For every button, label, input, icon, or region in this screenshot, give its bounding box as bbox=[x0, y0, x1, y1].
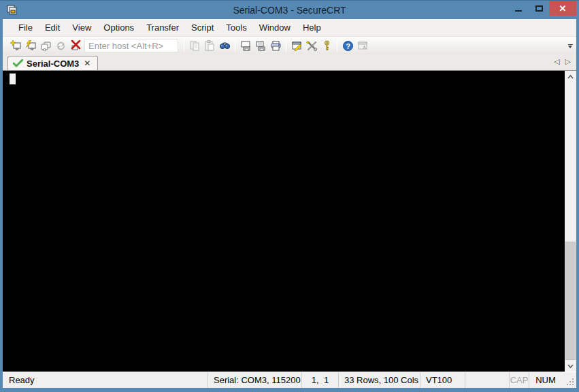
terminal-cursor bbox=[10, 74, 16, 84]
menu-options[interactable]: Options bbox=[97, 20, 140, 35]
tab-bar: Serial-COM3 ✕ ◁ ▷ bbox=[3, 54, 576, 71]
find-button[interactable] bbox=[217, 38, 232, 53]
toolbar-separator bbox=[184, 39, 184, 52]
window-title: Serial-COM3 - SecureCRT bbox=[0, 1, 579, 20]
scroll-up-button[interactable] bbox=[565, 71, 576, 82]
menu-bar: File Edit View Options Transfer Script T… bbox=[3, 19, 576, 36]
title-bar: Serial-COM3 - SecureCRT ✕ bbox=[0, 0, 579, 19]
maximize-button[interactable] bbox=[529, 1, 549, 16]
status-ready: Ready bbox=[3, 372, 208, 388]
status-bar: Ready Serial: COM3, 115200 1, 1 33 Rows,… bbox=[3, 372, 576, 388]
print-button[interactable] bbox=[268, 38, 283, 53]
status-serial: Serial: COM3, 115200 bbox=[208, 372, 301, 388]
svg-text:?: ? bbox=[346, 42, 350, 50]
scroll-down-button[interactable] bbox=[565, 360, 576, 372]
copy-button[interactable] bbox=[187, 38, 202, 53]
menu-file[interactable]: File bbox=[12, 20, 39, 35]
tab-scroll-left-button[interactable]: ◁ bbox=[554, 57, 559, 66]
print-eject-button[interactable] bbox=[253, 38, 268, 53]
menu-transfer[interactable]: Transfer bbox=[140, 20, 185, 35]
tab-serial-com3[interactable]: Serial-COM3 ✕ bbox=[7, 56, 98, 70]
menu-tools[interactable]: Tools bbox=[220, 20, 252, 35]
app-icon bbox=[6, 4, 18, 16]
tab-scroll-right-button[interactable]: ▷ bbox=[565, 57, 571, 66]
menu-script[interactable]: Script bbox=[185, 20, 220, 35]
toolbar: ? A bbox=[3, 36, 576, 54]
keymap-icon bbox=[321, 40, 333, 52]
toolbar-separator bbox=[235, 39, 235, 52]
chevron-up-icon bbox=[567, 75, 574, 79]
connect-in-tab-button[interactable] bbox=[38, 38, 53, 53]
status-blank bbox=[465, 372, 509, 388]
print-screen-button[interactable] bbox=[238, 38, 253, 53]
connect-icon bbox=[10, 40, 22, 52]
connected-check-icon bbox=[13, 59, 23, 67]
toolbar-separator bbox=[286, 39, 286, 52]
host-input[interactable] bbox=[84, 39, 178, 52]
minimize-button[interactable] bbox=[508, 1, 529, 16]
chevron-down-icon bbox=[567, 364, 574, 368]
tab-label: Serial-COM3 bbox=[27, 59, 79, 69]
connect-button[interactable] bbox=[8, 38, 23, 53]
menu-view[interactable]: View bbox=[66, 20, 97, 35]
help-icon: ? bbox=[342, 40, 354, 52]
global-options-icon bbox=[306, 40, 318, 52]
session-options-button[interactable] bbox=[289, 38, 304, 53]
rename-tab-button[interactable]: A bbox=[355, 38, 370, 53]
status-emulation: VT100 bbox=[420, 372, 465, 388]
status-terminal-size: 33 Rows, 100 Cols bbox=[338, 372, 420, 388]
paste-icon bbox=[204, 40, 216, 52]
overflow-icon bbox=[568, 44, 573, 45]
help-button[interactable]: ? bbox=[340, 38, 355, 53]
find-icon bbox=[219, 40, 231, 52]
toolbar-separator bbox=[337, 39, 337, 52]
session-options-icon bbox=[291, 40, 303, 52]
quick-connect-button[interactable] bbox=[23, 38, 38, 53]
resize-grip[interactable] bbox=[562, 372, 576, 388]
terminal-row bbox=[3, 71, 576, 372]
status-caps-lock: CAP bbox=[509, 372, 529, 388]
tab-scroll-controls: ◁ ▷ bbox=[554, 57, 571, 66]
tab-close-button[interactable]: ✕ bbox=[82, 59, 92, 68]
window-controls: ✕ bbox=[508, 1, 576, 16]
maximize-icon bbox=[535, 5, 543, 12]
print-screen-icon bbox=[240, 40, 252, 52]
print-eject-icon bbox=[255, 40, 267, 52]
status-num-lock: NUM bbox=[529, 372, 562, 388]
menu-edit[interactable]: Edit bbox=[39, 20, 66, 35]
rename-tab-icon: A bbox=[357, 40, 369, 52]
close-icon: ✕ bbox=[559, 3, 567, 14]
menu-window[interactable]: Window bbox=[253, 20, 297, 35]
status-cursor-position: 1, 1 bbox=[301, 372, 338, 388]
paste-button[interactable] bbox=[202, 38, 217, 53]
minimize-icon bbox=[515, 10, 522, 12]
disconnect-icon bbox=[70, 40, 82, 52]
global-options-button[interactable] bbox=[304, 38, 319, 53]
close-button[interactable]: ✕ bbox=[549, 1, 576, 16]
connect-in-tab-icon bbox=[40, 40, 52, 52]
reconnect-button[interactable] bbox=[53, 38, 68, 53]
print-icon bbox=[270, 40, 282, 52]
quick-connect-icon bbox=[25, 40, 37, 52]
keymap-button[interactable] bbox=[319, 38, 334, 53]
menu-help[interactable]: Help bbox=[297, 20, 327, 35]
scrollbar-thumb[interactable] bbox=[565, 242, 576, 360]
copy-icon bbox=[189, 40, 201, 52]
toolbar-overflow-button[interactable] bbox=[566, 41, 574, 52]
terminal-screen[interactable] bbox=[3, 71, 565, 372]
vertical-scrollbar[interactable] bbox=[565, 71, 576, 372]
securecrt-window: Serial-COM3 - SecureCRT ✕ File Edit View… bbox=[0, 0, 579, 392]
window-content: File Edit View Options Transfer Script T… bbox=[3, 19, 576, 388]
svg-text:A: A bbox=[363, 45, 366, 50]
reconnect-icon bbox=[55, 40, 67, 52]
disconnect-button[interactable] bbox=[68, 38, 83, 53]
